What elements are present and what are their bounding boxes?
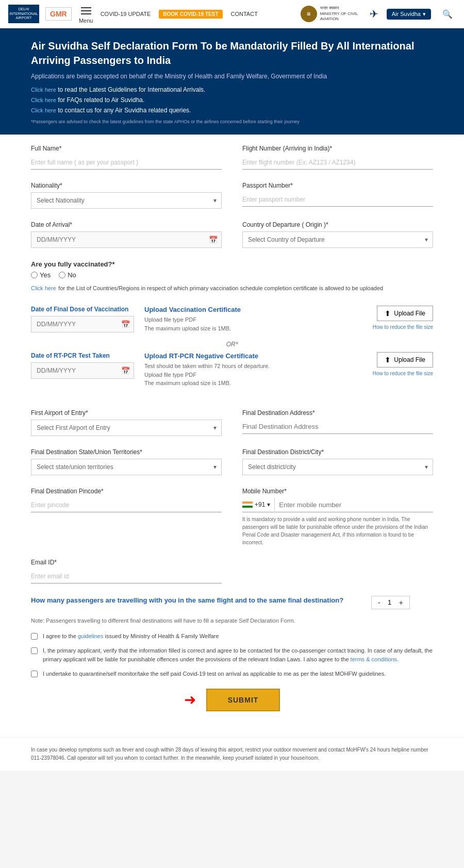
- full-name-input[interactable]: [31, 155, 222, 170]
- email-spacer: [242, 559, 433, 583]
- upload-vac-desc: Upload file type PDF The maximum upload …: [144, 315, 362, 332]
- upload-vac-button[interactable]: ⬆ Upload File: [377, 306, 433, 321]
- mobile-note: It is mandatory to provide a valid and w…: [242, 515, 433, 546]
- decrement-button[interactable]: -: [376, 598, 383, 607]
- covid-update-link[interactable]: COVID-19 UPDATE: [101, 11, 151, 17]
- gmr-logo: GMR: [45, 7, 72, 21]
- click-here-link3[interactable]: Click here: [31, 107, 56, 113]
- hero-subtitle: Applications are being accepted on behal…: [31, 73, 433, 80]
- flag-icon: [242, 502, 253, 508]
- full-name-group: Full Name*: [31, 145, 222, 170]
- final-dose-calendar-icon: 📅: [121, 320, 130, 328]
- checkbox2[interactable]: [31, 647, 38, 654]
- upload-rtpcr-title: Upload RT-PCR Negative Certificate: [144, 352, 362, 360]
- email-label: Email ID*: [31, 559, 222, 566]
- upload-vac-group: Upload Vaccination Certificate Upload fi…: [144, 306, 362, 336]
- page-header: DELHIINTERNATIONALAIRPORT GMR Menu COVID…: [0, 0, 464, 28]
- country-departure-group: Country of Departure ( Origin )* Select …: [242, 221, 433, 248]
- rtpcr-row: Date of RT-PCR Test Taken 📅 Upload RT-PC…: [31, 352, 433, 391]
- terms-link[interactable]: terms & conditions: [351, 656, 397, 662]
- upload-vac-btn-group: ⬆ Upload File How to reduce the file siz…: [373, 306, 433, 330]
- country-departure-select-wrap: Select Country of Departure ▾: [242, 231, 433, 248]
- submit-section: ➜ SUBMIT: [31, 689, 433, 711]
- checkbox3[interactable]: [31, 671, 38, 677]
- final-dest-group: Final Destination Address*: [242, 409, 433, 436]
- mobile-input[interactable]: [275, 498, 433, 512]
- date-arrival-label: Date of Arrival*: [31, 221, 222, 228]
- vaccinated-label: Are you fully vaccinated?*: [31, 260, 433, 268]
- counter-wrap: - 1 +: [371, 596, 410, 609]
- reduce-file-link-vac[interactable]: How to reduce the file size: [373, 324, 433, 330]
- row-email: Email ID*: [31, 559, 433, 583]
- country-code-selector[interactable]: +91 ▾: [242, 498, 275, 511]
- country-departure-select[interactable]: Select Country of Departure: [242, 231, 433, 248]
- search-icon[interactable]: 🔍: [439, 6, 456, 22]
- rtpcr-calendar-icon: 📅: [121, 366, 130, 375]
- hero-link1-suffix: to read the Latest Guidelines for Intern…: [58, 86, 205, 93]
- upload-rtpcr-desc: Test should be taken within 72 hours of …: [144, 362, 362, 388]
- countries-list-link[interactable]: Click here: [31, 285, 56, 291]
- checkbox1[interactable]: [31, 633, 38, 640]
- row-state-district: Final Destination State/Union Territorie…: [31, 448, 433, 475]
- passengers-note: Note: Passengers travelling to different…: [31, 617, 433, 624]
- upload-vac-title: Upload Vaccination Certificate: [144, 306, 362, 313]
- final-dest-state-select[interactable]: Select state/union territories: [31, 459, 222, 475]
- email-group: Email ID*: [31, 559, 222, 583]
- pincode-input[interactable]: [31, 498, 222, 512]
- upload-rtpcr-button[interactable]: ⬆ Upload File: [377, 352, 433, 368]
- pincode-label: Final Destination Pincode*: [31, 488, 222, 495]
- passport-group: Passport Number*: [242, 182, 433, 209]
- countries-list-suffix: for the List of Countries/Regions in res…: [58, 285, 383, 291]
- hero-link3: Click here to contact us for any Air Suv…: [31, 107, 433, 114]
- menu-button[interactable]: Menu: [78, 4, 94, 24]
- final-dest-district-label: Final Destination District/City*: [242, 448, 433, 456]
- country-departure-label: Country of Departure ( Origin )*: [242, 221, 433, 228]
- header-left: DELHIINTERNATIONALAIRPORT GMR Menu COVID…: [8, 4, 258, 24]
- reduce-file-link-rtpcr[interactable]: How to reduce the file size: [373, 371, 433, 376]
- upload-rtpcr-group: Upload RT-PCR Negative Certificate Test …: [144, 352, 362, 391]
- email-input[interactable]: [31, 569, 222, 583]
- final-dest-input[interactable]: [242, 420, 433, 434]
- checkbox1-row: I agree to the guidelines issued by Mini…: [31, 632, 433, 641]
- footer-note: In case you develop symptoms such as fev…: [0, 737, 464, 771]
- delhi-logo: DELHIINTERNATIONALAIRPORT: [8, 5, 39, 23]
- vaccinated-yes-radio[interactable]: [31, 272, 38, 278]
- submit-arrow-icon: ➜: [184, 691, 196, 708]
- checkbox1-text: I agree to the guidelines issued by Mini…: [43, 632, 219, 641]
- nationality-select[interactable]: Select Nationality: [31, 192, 222, 209]
- passengers-counter-group: - 1 +: [371, 596, 433, 609]
- date-arrival-input[interactable]: [31, 231, 222, 248]
- final-dest-label: Final Destination Address*: [242, 409, 433, 416]
- mobile-label: Mobile Number*: [242, 488, 433, 495]
- final-dose-date-input[interactable]: [31, 316, 134, 332]
- flight-number-input[interactable]: [242, 155, 433, 170]
- contact-link[interactable]: CONTACT: [231, 11, 258, 17]
- vaccinated-no-label[interactable]: No: [59, 271, 76, 279]
- vaccination-section: Date of Final Dose of Vaccination 📅 Uplo…: [31, 301, 433, 401]
- vaccinated-no-radio[interactable]: [59, 272, 65, 278]
- hero-link2: Click here for FAQs related to Air Suvid…: [31, 96, 433, 104]
- submit-button[interactable]: SUBMIT: [206, 689, 280, 711]
- increment-button[interactable]: +: [397, 598, 405, 607]
- passport-input[interactable]: [242, 192, 433, 207]
- hamburger-icon: [78, 4, 94, 18]
- click-here-link2[interactable]: Click here: [31, 97, 56, 103]
- click-here-link1[interactable]: Click here: [31, 87, 56, 93]
- final-dest-district-group: Final Destination District/City* Select …: [242, 448, 433, 475]
- vaccinated-yes-label[interactable]: Yes: [31, 271, 51, 279]
- date-arrival-wrap: 📅: [31, 231, 222, 248]
- rtpcr-date-group: Date of RT-PCR Test Taken 📅: [31, 352, 134, 379]
- nav-links: COVID-19 UPDATE BOOK COVID-19 TEST CONTA…: [101, 10, 258, 19]
- air-suvidha-dropdown[interactable]: Air Suvidha ▾: [387, 9, 431, 20]
- guidelines-link[interactable]: guidelines: [78, 633, 104, 639]
- first-airport-label: First Airport of Entry*: [31, 409, 222, 416]
- first-airport-select-wrap: Select First Airport of Entry ▾: [31, 420, 222, 436]
- final-dest-district-select[interactable]: Select district/city: [242, 459, 433, 475]
- book-covid-link[interactable]: BOOK COVID-19 TEST: [159, 10, 222, 19]
- first-airport-group: First Airport of Entry* Select First Air…: [31, 409, 222, 436]
- rtpcr-date-input[interactable]: [31, 362, 134, 379]
- first-airport-select[interactable]: Select First Airport of Entry: [31, 420, 222, 436]
- final-dest-district-select-wrap: Select district/city ▾: [242, 459, 433, 475]
- hero-link3-suffix: to contact us for any Air Suvidha relate…: [58, 107, 191, 114]
- row-date-country: Date of Arrival* 📅 Country of Departure …: [31, 221, 433, 248]
